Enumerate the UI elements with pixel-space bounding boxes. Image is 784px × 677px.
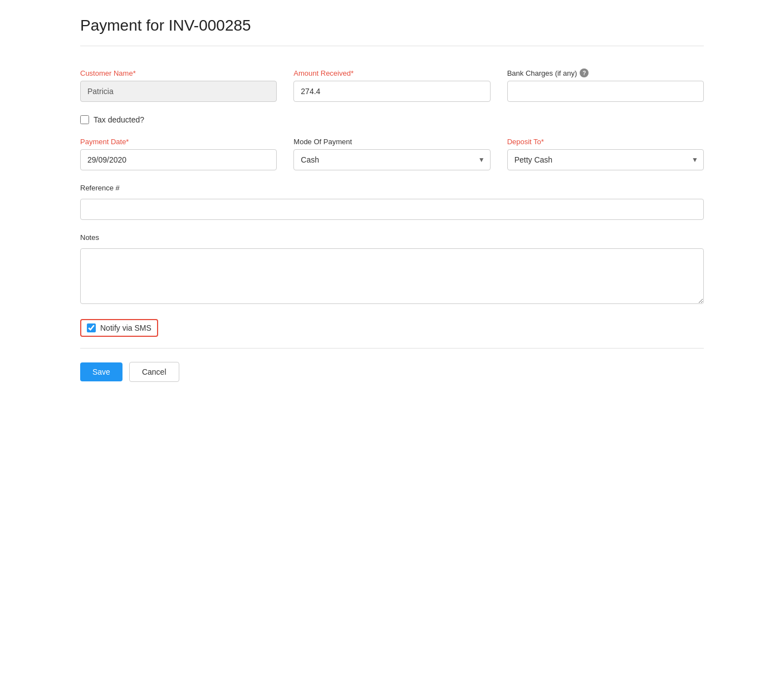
header-divider [80, 46, 704, 46]
mode-of-payment-wrapper: Cash Cheque Credit Card Bank Transfer ▼ [293, 149, 490, 170]
customer-name-group: Customer Name* [80, 69, 277, 102]
notify-sms-label[interactable]: Notify via SMS [100, 323, 151, 332]
page-title: Payment for INV-000285 [80, 17, 704, 35]
payment-date-input[interactable] [80, 149, 277, 170]
deposit-to-wrapper: Petty Cash Cash Bank Account ▼ [507, 149, 704, 170]
page-container: Payment for INV-000285 Customer Name* Am… [58, 0, 726, 404]
tax-deducted-row: Tax deducted? [80, 115, 704, 124]
bottom-divider [80, 348, 704, 349]
form-row-1: Customer Name* Amount Received* Bank Cha… [80, 68, 704, 102]
mode-of-payment-label: Mode Of Payment [293, 138, 490, 146]
bank-charges-input[interactable] [507, 81, 704, 102]
tax-deducted-label[interactable]: Tax deducted? [94, 115, 144, 124]
bank-charges-help-icon[interactable]: ? [580, 68, 589, 77]
deposit-to-select[interactable]: Petty Cash Cash Bank Account [507, 149, 704, 170]
amount-received-group: Amount Received* [293, 69, 490, 102]
notify-section: Notify via SMS [80, 319, 704, 337]
reference-group: Reference # [80, 184, 704, 220]
button-row: Save Cancel [80, 362, 704, 382]
notes-textarea[interactable] [80, 248, 704, 304]
deposit-to-label: Deposit To* [507, 138, 704, 146]
amount-received-input[interactable] [293, 81, 490, 102]
mode-of-payment-select[interactable]: Cash Cheque Credit Card Bank Transfer [293, 149, 490, 170]
reference-label: Reference # [80, 184, 704, 192]
notify-sms-checkbox[interactable] [87, 323, 96, 332]
payment-date-label: Payment Date* [80, 138, 277, 146]
customer-name-input[interactable] [80, 81, 277, 102]
payment-date-group: Payment Date* [80, 138, 277, 170]
payment-form: Customer Name* Amount Received* Bank Cha… [80, 63, 704, 387]
deposit-to-group: Deposit To* Petty Cash Cash Bank Account… [507, 138, 704, 170]
notes-group: Notes [80, 233, 704, 306]
mode-of-payment-group: Mode Of Payment Cash Cheque Credit Card … [293, 138, 490, 170]
tax-deducted-checkbox[interactable] [80, 115, 89, 124]
bank-charges-label: Bank Charges (if any) ? [507, 68, 704, 77]
form-row-2: Payment Date* Mode Of Payment Cash Chequ… [80, 138, 704, 170]
save-button[interactable]: Save [80, 362, 122, 381]
amount-received-label: Amount Received* [293, 69, 490, 77]
cancel-button[interactable]: Cancel [129, 362, 179, 382]
notes-label: Notes [80, 233, 704, 242]
notify-wrapper: Notify via SMS [80, 319, 158, 337]
customer-name-label: Customer Name* [80, 69, 277, 77]
bank-charges-group: Bank Charges (if any) ? [507, 68, 704, 102]
reference-input[interactable] [80, 199, 704, 220]
